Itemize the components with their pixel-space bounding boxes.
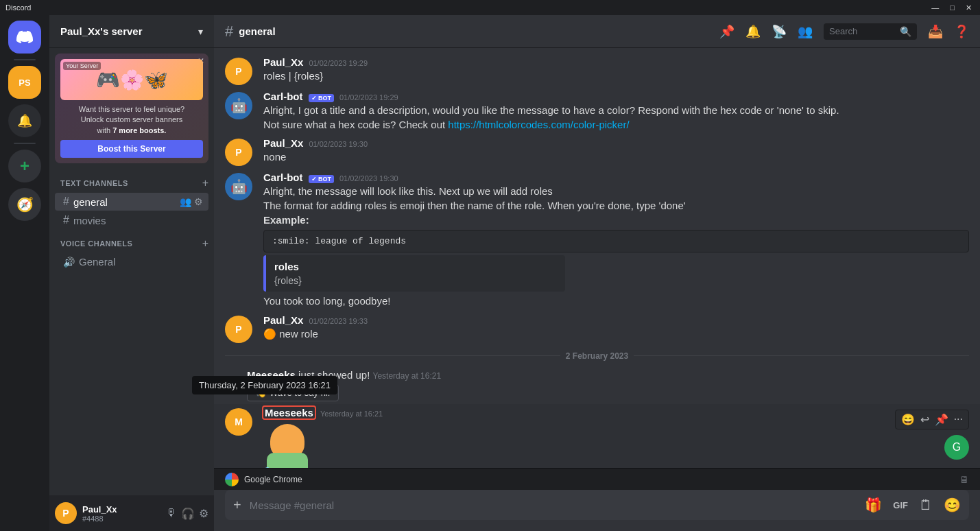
emoji-reaction-button[interactable]: 😄 xyxy=(900,412,916,427)
date-divider-text: 2 February 2023 xyxy=(566,351,628,361)
message-footer: You took too long, goodbye! xyxy=(263,294,969,309)
text-channels-category[interactable]: TEXT CHANNELS + xyxy=(49,174,214,192)
channel-item-general-voice[interactable]: 🔊 General xyxy=(55,253,208,270)
message-author[interactable]: Paul_Xx xyxy=(263,56,303,68)
channel-header: # general 📌 🔔 📡 👥 Search 🔍 📥 ❓ xyxy=(214,15,980,48)
message-text: Alright, I got a title and a description… xyxy=(263,104,969,132)
titlebar: Discord — □ ✕ xyxy=(0,0,980,15)
divider-line xyxy=(225,355,560,356)
more-actions-button[interactable]: ··· xyxy=(953,412,964,427)
message-input-box: + 🎁 GIF 🗒 😊 xyxy=(225,490,969,520)
avatar: P xyxy=(225,58,252,85)
message-content: Paul_Xx 01/02/2023 19:30 none xyxy=(263,137,969,166)
boost-server-button[interactable]: Boost this Server xyxy=(60,140,203,158)
search-box[interactable]: Search 🔍 xyxy=(824,23,917,40)
channel-item-movies[interactable]: # movies xyxy=(55,211,208,229)
message-timestamp: 01/02/2023 19:30 xyxy=(309,140,368,148)
deafen-button[interactable]: 🎧 xyxy=(181,507,195,520)
channel-name-general: general xyxy=(73,196,176,208)
search-placeholder: Search xyxy=(829,26,896,36)
message-author[interactable]: Carl-bot xyxy=(263,91,303,102)
channel-name-movies: movies xyxy=(73,215,203,226)
text-channels-label: TEXT CHANNELS xyxy=(60,179,128,187)
color-picker-link[interactable]: https://htmlcolorcodes.com/color-picker/ xyxy=(448,119,629,130)
voice-channels-category[interactable]: VOICE CHANNELS + xyxy=(49,235,214,252)
avatar: P xyxy=(225,139,252,166)
avatar: P xyxy=(225,316,252,343)
message-input[interactable] xyxy=(250,499,857,511)
google-chrome-icon xyxy=(225,473,239,486)
message-group: 🤖 Carl-bot ✓ BOT 01/02/2023 19:29 Alrigh… xyxy=(214,88,980,134)
gif-button[interactable]: GIF xyxy=(890,495,911,516)
channel-hash-header: # xyxy=(225,23,233,40)
titlebar-title: Discord xyxy=(5,3,31,12)
nitro-button[interactable]: G xyxy=(944,435,969,460)
channel-header-name: general xyxy=(239,25,275,37)
help-header-icon[interactable]: ❓ xyxy=(954,24,969,39)
discover-servers-icon[interactable]: 🧭 xyxy=(8,188,41,221)
maximize-button[interactable]: □ xyxy=(947,3,957,12)
message-author[interactable]: Carl-bot xyxy=(263,172,303,183)
message-timestamp: 01/02/2023 19:30 xyxy=(339,174,398,182)
close-button[interactable]: ✕ xyxy=(963,3,975,12)
avatar: 🤖 xyxy=(225,173,252,200)
voice-icon: 🔊 xyxy=(63,257,75,268)
mute-button[interactable]: 🎙 xyxy=(166,507,177,520)
app-layout: PS 🔔 + 🧭 Paul_Xx's server ▾ ✕ Your Serve… xyxy=(0,15,980,531)
follow-header-icon[interactable]: 📡 xyxy=(772,24,787,39)
system-message-text: Meeseeks just showed up! Yesterday at 16… xyxy=(247,369,441,401)
system-timestamp: Yesterday at 16:21 xyxy=(372,371,441,381)
server-divider xyxy=(14,59,36,60)
inbox-header-icon[interactable]: 📥 xyxy=(928,24,943,39)
minimize-button[interactable]: — xyxy=(929,3,942,12)
message-timestamp: 01/02/2023 19:29 xyxy=(339,93,398,102)
notifications-header-icon[interactable]: 🔔 xyxy=(745,24,761,39)
server-sidebar: PS 🔔 + 🧭 xyxy=(0,15,49,531)
add-server-icon[interactable]: + xyxy=(8,150,41,182)
titlebar-controls: — □ ✕ xyxy=(929,3,975,12)
channel-header-actions: 📌 🔔 📡 👥 Search 🔍 📥 ❓ xyxy=(719,23,969,40)
message-header: Carl-bot ✓ BOT 01/02/2023 19:30 xyxy=(263,172,969,183)
sticker-button[interactable]: 🗒 xyxy=(916,492,935,519)
reply-button[interactable]: ↩ xyxy=(919,412,931,427)
message-group-meeseeks: M Meeseeks Yesterday at 16:21 xyxy=(214,404,980,468)
discord-home-icon[interactable] xyxy=(8,21,41,54)
boost-banner-text: Want this server to feel unique? Unlock … xyxy=(60,104,203,136)
message-author[interactable]: Paul_Xx xyxy=(263,137,303,149)
user-area: P Paul_Xx #4488 🎙 🎧 ⚙ xyxy=(49,495,214,531)
user-settings-button[interactable]: ⚙ xyxy=(199,507,208,520)
server-badge-icon[interactable]: 🔔 xyxy=(8,104,41,137)
message-group: 🤖 Carl-bot ✓ BOT 01/02/2023 19:30 Alrigh… xyxy=(214,169,980,311)
messages-area[interactable]: P Paul_Xx 01/02/2023 19:29 roles | {role… xyxy=(214,48,980,468)
pin-message-button[interactable]: 📌 xyxy=(933,412,950,427)
divider-line-2 xyxy=(634,355,969,356)
date-divider: 2 February 2023 xyxy=(214,346,980,366)
message-author-meeseeks[interactable]: Meeseeks xyxy=(263,407,315,418)
emoji-button[interactable]: 😊 xyxy=(941,491,964,519)
screen-share-label: Google Chrome xyxy=(244,475,954,484)
embed-description: {roles} xyxy=(274,275,557,286)
message-author[interactable]: Paul_Xx xyxy=(263,314,303,326)
server-header[interactable]: Paul_Xx's server ▾ xyxy=(49,15,214,48)
server-ps-icon[interactable]: PS xyxy=(8,66,41,99)
message-content: Meeseeks Yesterday at 16:21 xyxy=(263,407,969,468)
message-group: P Paul_Xx 01/02/2023 19:30 none xyxy=(214,134,980,169)
members-header-icon[interactable]: 👥 xyxy=(798,24,813,39)
member-icon: 👥 xyxy=(180,196,191,207)
channel-name-voice-general: General xyxy=(79,256,203,268)
message-input-area: + 🎁 GIF 🗒 😊 xyxy=(214,490,980,531)
add-content-button[interactable]: + xyxy=(230,492,244,519)
message-timestamp: Yesterday at 16:21 xyxy=(320,410,383,418)
wave-button[interactable]: 👋 Wave to say hi! xyxy=(247,384,339,401)
channel-item-general[interactable]: # general 👥 ⚙ xyxy=(55,193,208,211)
message-text: roles | {roles} xyxy=(263,69,969,84)
screen-share-bar: Google Chrome 🖥 xyxy=(214,468,980,490)
user-avatar: P xyxy=(55,502,77,524)
message-content: Paul_Xx 01/02/2023 19:29 roles | {roles} xyxy=(263,56,969,85)
meeseeks-image xyxy=(263,424,969,468)
add-text-channel-button[interactable]: + xyxy=(202,177,208,189)
pin-header-icon[interactable]: 📌 xyxy=(719,24,734,39)
voice-channels-label: VOICE CHANNELS xyxy=(60,239,132,248)
gift-button[interactable]: 🎁 xyxy=(862,491,885,519)
add-voice-channel-button[interactable]: + xyxy=(202,237,208,250)
